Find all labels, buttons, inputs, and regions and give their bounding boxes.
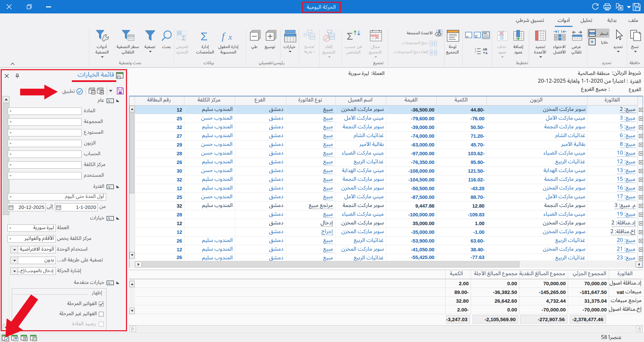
svg-text:Σ: Σ bbox=[201, 30, 208, 42]
svg-text:f: f bbox=[222, 31, 226, 42]
svg-text:Σ: Σ bbox=[182, 34, 186, 42]
svg-text:x: x bbox=[228, 33, 232, 41]
svg-text:Σ: Σ bbox=[347, 31, 353, 42]
svg-text:A: A bbox=[485, 51, 488, 54]
svg-text:AB: AB bbox=[483, 48, 487, 51]
svg-text:2: 2 bbox=[475, 50, 476, 53]
